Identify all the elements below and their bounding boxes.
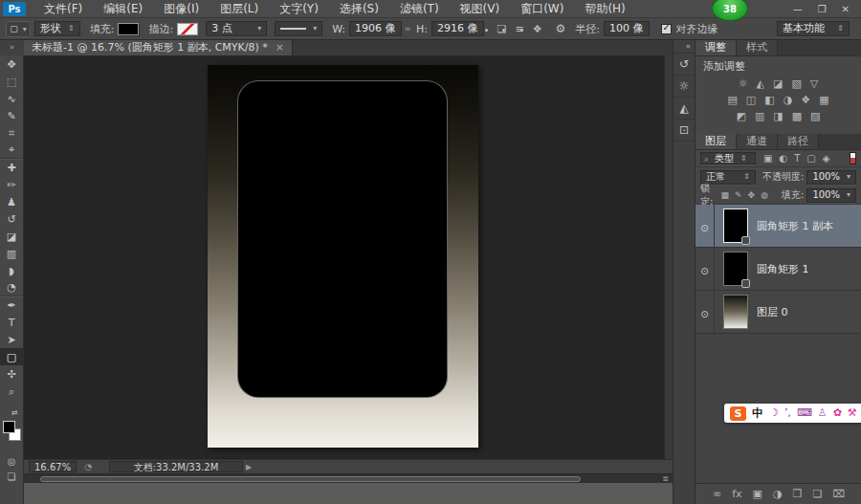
eye-col[interactable] (695, 291, 715, 333)
type-tool[interactable]: T (0, 314, 23, 331)
lasso-tool[interactable]: ∿ (0, 90, 23, 107)
shape-width-field[interactable]: 1906 像 (349, 21, 402, 36)
menu-edit[interactable]: 编辑(E) (93, 0, 153, 18)
link-dimensions-icon[interactable]: ∞ (405, 24, 412, 33)
panel-collapse-stub[interactable]: » (0, 40, 24, 55)
filter-smart-objects-icon[interactable]: ◈ (823, 153, 830, 164)
menu-layer[interactable]: 图层(L) (210, 0, 269, 18)
rounded-rectangle-shape[interactable] (237, 80, 448, 398)
geometry-options-gear-icon[interactable]: ⚙ (556, 22, 566, 35)
lock-position-icon[interactable]: ✥ (748, 190, 756, 200)
visibility-eye-icon[interactable] (700, 217, 708, 235)
expand-panels-icon[interactable]: « (673, 40, 695, 54)
ime-punctuation-icon[interactable]: ’, (784, 405, 791, 422)
ime-moon-icon[interactable]: ☽ (769, 405, 779, 422)
dodge-tool[interactable]: ◔ (0, 279, 23, 296)
status-options-arrow-icon[interactable]: ▶ (246, 463, 252, 471)
curves-icon[interactable]: ◪ (773, 77, 783, 90)
brush-tool[interactable]: ✏ (0, 176, 23, 193)
pen-tool[interactable]: ✒ (0, 296, 23, 314)
ime-tools-icon[interactable]: ⚒ (848, 405, 857, 422)
ime-language-mode[interactable]: 中 (752, 405, 763, 422)
color-lookup-icon[interactable]: ▦ (819, 94, 828, 106)
filter-type-layers-icon[interactable]: T (794, 153, 800, 164)
layer-name[interactable]: 图层 0 (757, 305, 788, 319)
tab-close-icon[interactable]: × (276, 40, 284, 55)
black-white-icon[interactable]: ◧ (764, 94, 774, 106)
menu-file[interactable]: 文件(F) (33, 0, 93, 18)
new-layer-icon[interactable]: ❏ (812, 488, 822, 500)
link-layers-icon[interactable]: ∞ (713, 488, 721, 500)
gradient-tool[interactable]: ▥ (0, 245, 23, 262)
spot-healing-brush-tool[interactable]: ✚ (0, 159, 23, 176)
rectangular-marquee-tool[interactable]: ⬚ (0, 73, 23, 90)
horizontal-scrollbar-thumb[interactable] (40, 476, 581, 482)
scrollbar-menu-icon[interactable]: ≣ (662, 474, 669, 483)
stroke-swatch[interactable] (177, 23, 198, 35)
menu-type[interactable]: 文字(Y) (269, 0, 329, 18)
menu-help[interactable]: 帮助(H) (574, 0, 635, 18)
selective-color-icon[interactable]: ▩ (792, 110, 802, 122)
panel-icon-histogram[interactable]: ◭ (673, 98, 695, 120)
levels-icon[interactable]: ◭ (757, 77, 764, 90)
zoom-tool[interactable]: ⌕ (0, 383, 23, 400)
crop-tool[interactable]: ⌗ (0, 124, 23, 142)
foreground-color-swatch[interactable] (3, 421, 15, 433)
path-selection-tool[interactable]: ➤ (0, 331, 23, 348)
brightness-contrast-icon[interactable]: ☼ (739, 77, 748, 90)
hue-saturation-icon[interactable]: ▤ (727, 94, 737, 106)
panel-tab[interactable]: 图层 (695, 134, 737, 149)
color-balance-icon[interactable]: ◫ (746, 94, 756, 106)
document-canvas[interactable] (208, 65, 478, 448)
vertical-scrollbar[interactable] (664, 55, 673, 459)
panel-tab[interactable]: 样式 (737, 40, 778, 55)
vibrance-icon[interactable]: ▽ (810, 77, 818, 90)
layer-group-icon[interactable]: ❒ (793, 488, 803, 500)
path-arrangement-icon[interactable]: ❖ (533, 23, 542, 35)
visibility-eye-icon[interactable] (700, 260, 708, 278)
layer-name[interactable]: 圆角矩形 1 副本 (757, 219, 833, 233)
radius-field[interactable]: 100 像 (604, 21, 650, 36)
tool-mode-select[interactable]: 形状 (34, 21, 80, 36)
menu-image[interactable]: 图像(I) (153, 0, 210, 18)
filter-shape-layers-icon[interactable]: ▢ (806, 153, 815, 164)
panel-icon-properties[interactable]: ☼ (673, 76, 695, 98)
history-brush-tool[interactable]: ↺ (0, 210, 23, 228)
lock-transparent-icon[interactable]: ▦ (721, 190, 730, 200)
visibility-eye-icon[interactable] (700, 303, 708, 321)
eye-col[interactable] (695, 248, 715, 290)
lock-all-icon[interactable]: ◍ (761, 190, 768, 200)
posterize-icon[interactable]: ▥ (755, 110, 764, 122)
layer-filter-toggle[interactable] (850, 152, 856, 164)
document-tab[interactable]: 未标题-1 @ 16.7% (圆角矩形 1 副本, CMYK/8) * × (24, 40, 293, 55)
panel-icon-history[interactable]: ↺ (673, 54, 695, 76)
menu-select[interactable]: 选择(S) (329, 0, 389, 18)
close-button[interactable]: ✕ (842, 4, 850, 14)
panel-tab[interactable]: 调整 (695, 40, 737, 55)
menu-view[interactable]: 视图(V) (450, 0, 511, 18)
layer-name[interactable]: 圆角矩形 1 (757, 262, 809, 276)
restore-button[interactable]: ❐ (818, 4, 827, 14)
filter-pixel-layers-icon[interactable]: ▣ (763, 153, 772, 164)
stroke-style-select[interactable] (275, 21, 322, 36)
invert-icon[interactable]: ◩ (736, 110, 745, 122)
delete-layer-icon[interactable]: ⌧ (832, 488, 845, 500)
canvas-area[interactable] (24, 55, 673, 459)
layer-style-icon[interactable]: fx (732, 488, 741, 500)
menu-window[interactable]: 窗口(W) (510, 0, 574, 18)
minimize-button[interactable]: — (793, 4, 803, 14)
fill-swatch[interactable] (118, 23, 139, 35)
opacity-field[interactable]: 100% (806, 170, 856, 185)
sogou-logo-icon[interactable]: S (730, 406, 746, 421)
eyedropper-tool[interactable]: ⌖ (0, 142, 23, 159)
eye-col[interactable] (695, 205, 715, 247)
blur-tool[interactable]: ◗ (0, 262, 23, 279)
zoom-level-field[interactable]: 16.67% (29, 461, 77, 472)
layer-row[interactable]: 圆角矩形 1 副本 (695, 205, 861, 248)
panel-tab[interactable]: 通道 (737, 134, 778, 149)
clone-stamp-tool[interactable]: ♟ (0, 193, 23, 210)
fill-amount-field[interactable]: 100% (806, 188, 856, 203)
layer-thumbnail[interactable] (723, 208, 748, 243)
quick-mask-button[interactable]: ◎ (0, 453, 23, 469)
panel-icon-info[interactable]: ⊡ (673, 120, 695, 142)
